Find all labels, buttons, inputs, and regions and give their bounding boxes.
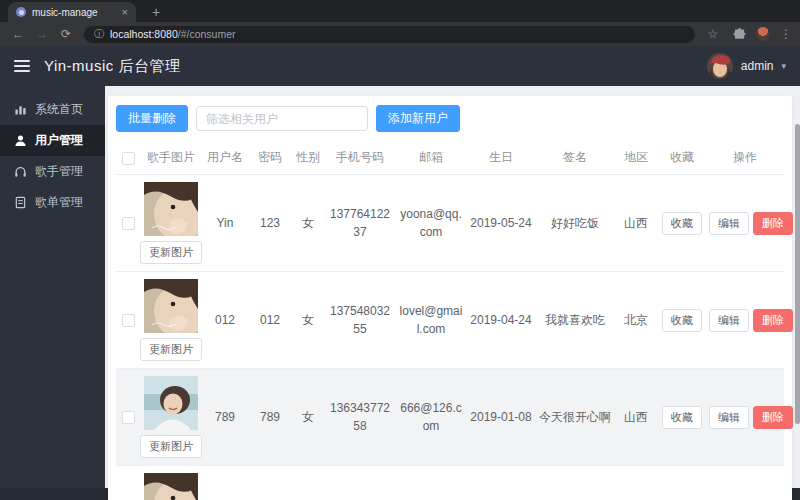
new-tab-button[interactable]: + — [146, 2, 166, 22]
sidebar-item-label: 用户管理 — [35, 132, 83, 149]
table-row: 更新图片 tawuhen 123 女 192673541@qq.com 2019… — [116, 466, 784, 500]
cell-birthday: 2019-04-24 — [466, 272, 536, 369]
extensions-puzzle-icon[interactable] — [733, 28, 746, 41]
browser-profile-avatar[interactable] — [756, 27, 770, 41]
col-header-birthday: 生日 — [466, 141, 536, 175]
col-header-region: 地区 — [614, 141, 658, 175]
scrollbar-thumb[interactable] — [795, 124, 800, 424]
filter-users-input[interactable] — [196, 106, 368, 131]
cell-phone: 13754803255 — [324, 272, 396, 369]
sidebar-item-users[interactable]: 用户管理 — [0, 125, 105, 156]
user-menu[interactable]: admin ▾ — [707, 53, 786, 79]
cell-username: Yin — [202, 175, 248, 272]
url-host: localhost:8080 — [110, 28, 178, 40]
cell-gender: 女 — [292, 272, 324, 369]
browser-menu-icon[interactable]: ⋮ — [780, 27, 790, 41]
sidebar-item-label: 歌手管理 — [35, 163, 83, 180]
bar-chart-icon — [14, 103, 27, 116]
col-header-username: 用户名 — [202, 141, 248, 175]
favorite-button[interactable]: 收藏 — [662, 212, 702, 235]
row-checkbox[interactable] — [122, 217, 135, 230]
col-header-gender: 性别 — [292, 141, 324, 175]
cell-phone — [324, 466, 396, 500]
update-image-button[interactable]: 更新图片 — [140, 338, 202, 361]
cell-email: 666@126.com — [396, 369, 466, 466]
row-checkbox[interactable] — [122, 314, 135, 327]
bookmark-star-icon[interactable]: ☆ — [703, 27, 723, 41]
cell-region: 山西 — [614, 175, 658, 272]
url-bar[interactable]: ⓘ localhost:8080/#/consumer — [84, 26, 695, 43]
cell-username: 789 — [202, 369, 248, 466]
url-path: /#/consumer — [178, 28, 236, 40]
sidebar-item-playlists[interactable]: 歌单管理 — [0, 187, 105, 218]
edit-button[interactable]: 编辑 — [709, 212, 749, 235]
sidebar-item-singers[interactable]: 歌手管理 — [0, 156, 105, 187]
cell-gender: 女 — [292, 369, 324, 466]
cell-phone: 13776412237 — [324, 175, 396, 272]
col-header-favorite: 收藏 — [658, 141, 706, 175]
url-text: localhost:8080/#/consumer — [110, 28, 236, 40]
table-toolbar: 批量删除 添加新用户 — [116, 105, 784, 132]
chevron-down-icon: ▾ — [781, 61, 786, 71]
sidebar: 系统首页 用户管理 歌手管理 歌单管理 — [0, 86, 105, 488]
cell-email: lovel@gmail.com — [396, 272, 466, 369]
admin-username: admin — [741, 59, 774, 73]
cell-region: 山西 — [614, 369, 658, 466]
browser-tab-strip: music-manage × + — [0, 0, 800, 22]
delete-button[interactable]: 删除 — [753, 212, 793, 235]
cell-signature: 好好吃饭 — [536, 175, 614, 272]
update-image-button[interactable]: 更新图片 — [140, 435, 202, 458]
user-photo — [144, 376, 198, 430]
sidebar-item-dashboard[interactable]: 系统首页 — [0, 94, 105, 125]
reload-icon[interactable]: ⟳ — [56, 27, 76, 41]
cell-gender: 女 — [292, 466, 324, 500]
favorite-button[interactable]: 收藏 — [662, 406, 702, 429]
table-header-row: 歌手图片 用户名 密码 性别 手机号码 邮箱 生日 签名 地区 收藏 操作 — [116, 141, 784, 175]
admin-avatar[interactable] — [707, 53, 733, 79]
user-photo — [144, 182, 198, 236]
delete-button[interactable]: 删除 — [753, 309, 793, 332]
cell-birthday: 2019-01-08 — [466, 369, 536, 466]
users-table: 歌手图片 用户名 密码 性别 手机号码 邮箱 生日 签名 地区 收藏 操作 — [116, 141, 784, 500]
sidebar-item-label: 歌单管理 — [35, 194, 83, 211]
col-header-operation: 操作 — [706, 141, 784, 175]
cell-region: 北京 — [614, 466, 658, 500]
cell-password: 789 — [248, 369, 292, 466]
cell-password: 123 — [248, 466, 292, 500]
browser-toolbar: ← → ⟳ ⓘ localhost:8080/#/consumer ☆ ⋮ — [0, 22, 800, 46]
browser-tab[interactable]: music-manage × — [8, 2, 136, 22]
col-header-signature: 签名 — [536, 141, 614, 175]
table-row: 更新图片 789 789 女 13634377258 666@126.com 2… — [116, 369, 784, 466]
batch-delete-button[interactable]: 批量删除 — [116, 105, 188, 132]
tab-title: music-manage — [32, 7, 116, 18]
cell-username: 012 — [202, 272, 248, 369]
cell-password: 012 — [248, 272, 292, 369]
delete-button[interactable]: 删除 — [753, 406, 793, 429]
cell-username: tawuhen — [202, 466, 248, 500]
select-all-checkbox[interactable] — [122, 152, 135, 165]
update-image-button[interactable]: 更新图片 — [140, 241, 202, 264]
site-favicon-icon — [16, 7, 26, 17]
table-row: 更新图片 012 012 女 13754803255 lovel@gmail.c… — [116, 272, 784, 369]
cell-email: 192673541@qq.com — [396, 466, 466, 500]
hamburger-menu-icon[interactable] — [14, 60, 30, 72]
back-icon[interactable]: ← — [8, 27, 28, 41]
favorite-button[interactable]: 收藏 — [662, 309, 702, 332]
forward-icon[interactable]: → — [32, 27, 52, 41]
row-checkbox[interactable] — [122, 411, 135, 424]
app-header: Yin-music 后台管理 admin ▾ — [0, 46, 800, 86]
close-tab-icon[interactable]: × — [122, 6, 128, 18]
edit-button[interactable]: 编辑 — [709, 309, 749, 332]
user-table-body: 更新图片 Yin 123 女 13776412237 yoona@qq.com … — [116, 175, 784, 500]
main-content: 批量删除 添加新用户 歌手图片 用户名 密码 性别 — [105, 86, 800, 488]
user-management-card: 批量删除 添加新用户 歌手图片 用户名 密码 性别 — [108, 96, 792, 500]
add-user-button[interactable]: 添加新用户 — [376, 105, 460, 132]
site-info-icon[interactable]: ⓘ — [94, 27, 104, 41]
cell-gender: 女 — [292, 175, 324, 272]
cell-phone: 13634377258 — [324, 369, 396, 466]
table-row: 更新图片 Yin 123 女 13776412237 yoona@qq.com … — [116, 175, 784, 272]
edit-button[interactable]: 编辑 — [709, 406, 749, 429]
cell-password: 123 — [248, 175, 292, 272]
cell-signature: 我就喜欢吃 — [536, 272, 614, 369]
user-icon — [14, 134, 27, 147]
